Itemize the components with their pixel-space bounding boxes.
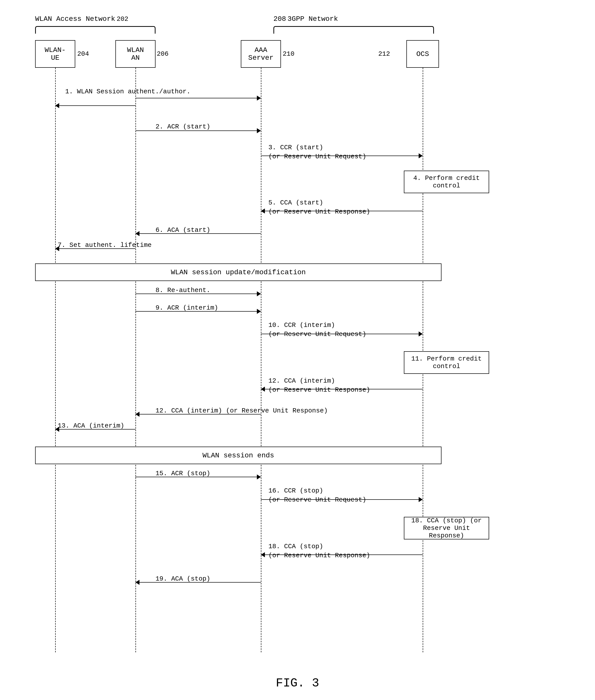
- diagram: WLAN Access Network 202 208 3GPP Network…: [15, 15, 580, 675]
- msg15-arrowhead: [257, 474, 261, 479]
- wlan-network-label: WLAN Access Network 202: [35, 15, 129, 23]
- entity-ocs: OCS: [406, 40, 439, 68]
- threegpp-brace: [274, 26, 434, 34]
- msg4-box: 4. Perform credit control: [404, 171, 489, 193]
- ref-wlan-ue: 204: [77, 50, 89, 58]
- msg9-arrowhead: [257, 309, 261, 314]
- msg8-label: 8. Re-authent.: [155, 286, 210, 294]
- msg13-arrowhead: [136, 412, 139, 417]
- msg14-label: 13. ACA (interim): [58, 422, 124, 429]
- figure-label: FIG. 3: [0, 676, 595, 690]
- msg16-arrowhead: [419, 497, 423, 502]
- msg3-label: 3. CCR (start) (or Reserve Unit Request): [268, 143, 366, 161]
- msg1-arrow-right: [136, 98, 261, 99]
- ref-aaa-server: 210: [283, 50, 294, 58]
- msg5-label: 5. CCA (start) (or Reserve Unit Response…: [268, 198, 370, 217]
- msg11-box: 11. Perform credit control: [404, 351, 489, 374]
- msg2-label: 2. ACR (start): [155, 123, 210, 131]
- msg2-arrowhead: [257, 128, 261, 133]
- section2-box: WLAN session ends: [35, 447, 442, 464]
- msg8-arrowhead: [257, 291, 261, 296]
- ref-ocs: 212: [378, 50, 390, 58]
- msg1-label: 1. WLAN Session authent./author.: [65, 88, 190, 95]
- ref-wlan-an: 206: [157, 50, 169, 58]
- msg12-label: 12. CCA (interim) (or Reserve Unit Respo…: [268, 376, 370, 395]
- msg1-arrow-left: [55, 105, 136, 106]
- section1-box: WLAN session update/modification: [35, 263, 442, 281]
- msg18-arrowhead: [261, 552, 265, 557]
- lifeline-wlan-an: [136, 68, 136, 652]
- msg1-arrowhead-right: [257, 95, 261, 101]
- threegpp-network-label: 208 3GPP Network: [274, 15, 338, 23]
- msg1-arrowhead-left: [55, 103, 59, 108]
- msg6-arrowhead: [136, 231, 139, 236]
- msg15-label: 15. ACR (stop): [155, 470, 210, 477]
- msg16-label: 16. CCR (stop) (or Reserve Unit Request): [268, 486, 366, 505]
- msg17-box: 18. CCA (stop) (or Reserve Unit Response…: [404, 517, 489, 539]
- msg10-arrowhead: [419, 331, 423, 336]
- lifeline-wlan-ue: [55, 68, 56, 652]
- msg12-arrowhead: [261, 387, 265, 392]
- msg19-label: 19. ACA (stop): [155, 575, 210, 583]
- msg9-label: 9. ACR (interim): [155, 304, 218, 312]
- entity-wlan-an: WLAN AN: [115, 40, 155, 68]
- msg2-arrow: [136, 131, 261, 131]
- wlan-brace: [35, 26, 155, 34]
- msg19-arrowhead: [136, 580, 139, 585]
- msg10-label: 10. CCR (interim) (or Reserve Unit Reque…: [268, 320, 366, 339]
- msg7-label: 7. Set authent. lifetime: [58, 241, 151, 249]
- msg5-arrowhead: [261, 208, 265, 214]
- msg6-label: 6. ACA (start): [155, 226, 210, 234]
- entity-wlan-ue: WLAN- UE: [35, 40, 75, 68]
- msg3-arrowhead: [419, 153, 423, 158]
- entity-aaa-server: AAA Server: [241, 40, 281, 68]
- msg13-label: 12. CCA (interim) (or Reserve Unit Respo…: [155, 407, 328, 415]
- msg18-label: 18. CCA (stop) (or Reserve Unit Response…: [268, 542, 370, 560]
